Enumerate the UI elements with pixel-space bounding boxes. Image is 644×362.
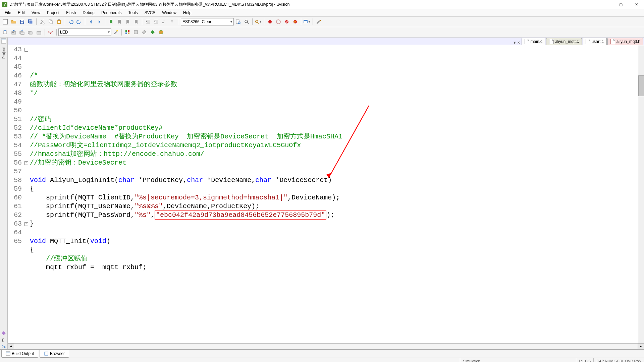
code-line[interactable]: {: [30, 246, 644, 254]
fold-marker[interactable]: [24, 71, 29, 80]
nav-back-button[interactable]: [87, 18, 95, 26]
fold-marker[interactable]: -: [24, 159, 29, 167]
bookmark-toggle-button[interactable]: [107, 18, 115, 26]
uncomment-button[interactable]: //: [169, 18, 177, 26]
tab-usart-c[interactable]: usart.c: [583, 38, 607, 45]
new-file-button[interactable]: [1, 18, 9, 26]
menu-flash[interactable]: Flash: [63, 10, 79, 16]
code-line[interactable]: //缓冲区赋值: [30, 254, 644, 263]
manage-component-button[interactable]: [140, 28, 148, 36]
fold-marker[interactable]: [24, 115, 29, 124]
unindent-button[interactable]: [152, 18, 160, 26]
cut-button[interactable]: [38, 18, 46, 26]
menu-svcs[interactable]: SVCS: [141, 10, 159, 16]
templates-button[interactable]: {}: [1, 337, 6, 343]
bookmark-prev-button[interactable]: [115, 18, 123, 26]
menu-tools[interactable]: Tools: [125, 10, 141, 16]
paste-button[interactable]: [55, 18, 63, 26]
vertical-scrollbar[interactable]: [638, 45, 644, 343]
bookmark-next-button[interactable]: [124, 18, 132, 26]
scroll-left-button[interactable]: ◂: [8, 344, 14, 349]
minimize-button[interactable]: —: [598, 0, 613, 9]
maximize-button[interactable]: ▢: [613, 0, 629, 9]
horizontal-scrollbar[interactable]: ◂ ▸: [8, 343, 644, 349]
rebuild-button[interactable]: [18, 28, 26, 36]
build-button[interactable]: [10, 28, 18, 36]
code-line[interactable]: //PassWord明文=clientIdmq2_iotdeviceNamemq…: [30, 141, 644, 150]
code-line[interactable]: mqtt rxbuf = mqtt rxbuf;: [30, 263, 644, 272]
tab-aliyun_mqtt-c[interactable]: aliyun_mqtt.c: [546, 38, 582, 45]
close-button[interactable]: ✕: [629, 0, 644, 9]
code-line[interactable]: void MQTT_Init(void): [30, 237, 644, 246]
comment-button[interactable]: //: [161, 18, 169, 26]
fold-marker[interactable]: -: [24, 220, 29, 228]
code-line[interactable]: sprintf(MQTT_PassWord,"%s","ebc042f42a9d…: [30, 211, 644, 220]
redo-button[interactable]: [75, 18, 83, 26]
menu-peripherals[interactable]: Peripherals: [98, 10, 125, 16]
code-line[interactable]: //hmacsha1加密网站：http://encode.chahuo.com/: [30, 150, 644, 159]
configure-button[interactable]: [315, 18, 323, 26]
pack-installer-button[interactable]: [149, 28, 157, 36]
code-line[interactable]: sprintf(MQTT_UserName,"%s&%s",DeviceName…: [30, 202, 644, 211]
fold-marker[interactable]: [24, 141, 29, 150]
menu-edit[interactable]: Edit: [14, 10, 28, 16]
bottom-tab-browser[interactable]: Browser: [40, 350, 69, 358]
nav-forward-button[interactable]: [95, 18, 103, 26]
fold-marker[interactable]: [24, 185, 29, 193]
fold-marker[interactable]: [24, 167, 29, 176]
code-line[interactable]: /*: [30, 71, 644, 80]
fold-marker[interactable]: [24, 193, 29, 202]
tab-main-c[interactable]: main.c: [522, 38, 545, 45]
code-line[interactable]: [30, 167, 644, 176]
fold-marker[interactable]: [24, 237, 29, 246]
fold-marker[interactable]: [24, 211, 29, 220]
breakpoint-kill-button[interactable]: [291, 18, 299, 26]
tab-menu-button[interactable]: ▼: [513, 41, 517, 45]
download-button[interactable]: LOAD: [47, 28, 55, 36]
indent-button[interactable]: [144, 18, 152, 26]
debug-stop-button[interactable]: [274, 18, 282, 26]
find-combo[interactable]: ESP8266_Clear▼: [181, 18, 234, 25]
code-line[interactable]: [30, 106, 644, 115]
code-line[interactable]: 函数功能：初始化阿里云物联网服务器的登录参数: [30, 80, 644, 89]
target-options-button[interactable]: [112, 28, 120, 36]
fold-marker[interactable]: [24, 80, 29, 89]
window-layout-button[interactable]: ▼: [303, 18, 311, 26]
debug-config-button[interactable]: ▼: [254, 18, 262, 26]
fold-marker[interactable]: [24, 176, 29, 185]
code-line[interactable]: {: [30, 185, 644, 193]
code-line[interactable]: void Aliyun_LoginInit(char *ProductKey,c…: [30, 176, 644, 185]
manage-rte-button[interactable]: [157, 28, 165, 36]
fold-marker[interactable]: [24, 106, 29, 115]
fold-marker[interactable]: [24, 150, 29, 159]
code-line[interactable]: //clientId*deviceName*productKey#: [30, 124, 644, 132]
find-in-files-button[interactable]: [234, 18, 242, 26]
menu-help[interactable]: Help: [180, 10, 195, 16]
stop-build-button[interactable]: [35, 28, 43, 36]
outline-button[interactable]: 0.▸: [1, 344, 6, 349]
undo-button[interactable]: [67, 18, 75, 26]
code-editor[interactable]: 4344454647484950515253545556575859606162…: [8, 45, 644, 343]
code-line[interactable]: }: [30, 220, 644, 228]
fold-marker[interactable]: [24, 228, 29, 237]
fold-marker[interactable]: [24, 98, 29, 106]
fold-gutter[interactable]: ---: [24, 45, 29, 272]
open-file-button[interactable]: [10, 18, 18, 26]
copy-button[interactable]: [47, 18, 55, 26]
fold-marker[interactable]: [24, 54, 29, 63]
fold-marker[interactable]: [24, 132, 29, 141]
code-line[interactable]: [30, 98, 644, 106]
bookmark-clear-button[interactable]: [132, 18, 140, 26]
fold-marker[interactable]: [24, 202, 29, 211]
translate-button[interactable]: [1, 28, 9, 36]
tab-close-button[interactable]: ✕: [517, 41, 520, 45]
code-line[interactable]: //密码: [30, 115, 644, 124]
batch-build-button[interactable]: [26, 28, 35, 36]
incremental-find-button[interactable]: [243, 18, 251, 26]
fold-marker[interactable]: [24, 63, 29, 71]
code-line[interactable]: // *替换为DeviceName #替换为ProductKey 加密密钥是De…: [30, 132, 644, 141]
menu-file[interactable]: File: [1, 10, 14, 16]
bottom-tab-build-output[interactable]: Build Output: [1, 350, 38, 358]
save-button[interactable]: [18, 18, 26, 26]
functions-button[interactable]: [1, 330, 6, 336]
